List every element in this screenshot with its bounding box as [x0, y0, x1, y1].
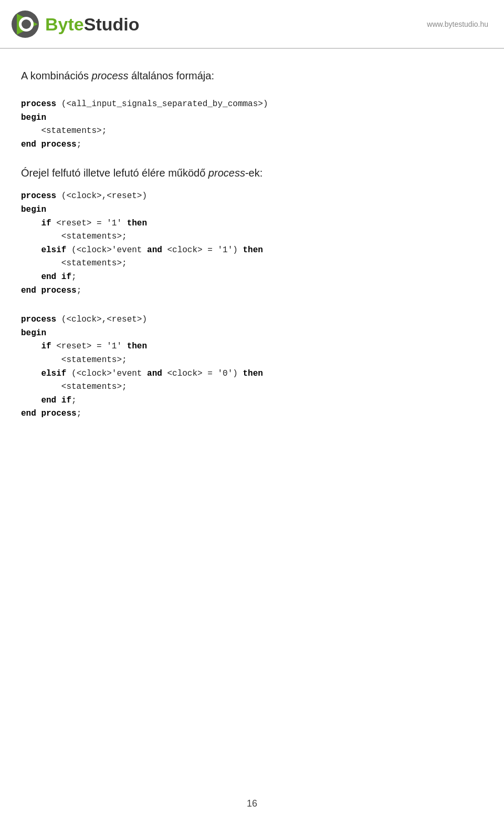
- logo-icon: [10, 9, 42, 38]
- svg-point-3: [22, 19, 31, 29]
- main-content: A kombinációs process általános formája:…: [0, 49, 504, 458]
- logo-byte: Byte: [45, 14, 84, 34]
- section2-label-italic: process: [208, 167, 245, 179]
- logo-text: ByteStudio: [45, 15, 139, 33]
- website-url: www.bytestudio.hu: [427, 20, 488, 28]
- section2-label: Órejel felfutó illetve lefutó élére műkö…: [21, 167, 483, 179]
- code-block-2: process (<clock>,<reset>) begin if <rese…: [21, 190, 483, 297]
- logo-studio: Studio: [84, 14, 140, 34]
- page-number: 16: [247, 798, 257, 809]
- section2-label-before: Órejel felfutó illetve lefutó élére műkö…: [21, 167, 208, 179]
- intro-paragraph: A kombinációs process általános formája:: [21, 70, 483, 82]
- intro-process-italic: process: [92, 70, 129, 81]
- logo: ByteStudio: [10, 9, 139, 38]
- page-header: ByteStudio www.bytestudio.hu: [0, 0, 504, 49]
- code-block-3: process (<clock>,<reset>) begin if <rese…: [21, 313, 483, 421]
- intro-text-after: általános formája:: [129, 70, 214, 81]
- section2-label-after: -ek:: [245, 167, 262, 179]
- intro-text-before: A kombinációs: [21, 70, 92, 81]
- code-block-1: process (<all_input_signals_separated_by…: [21, 98, 483, 151]
